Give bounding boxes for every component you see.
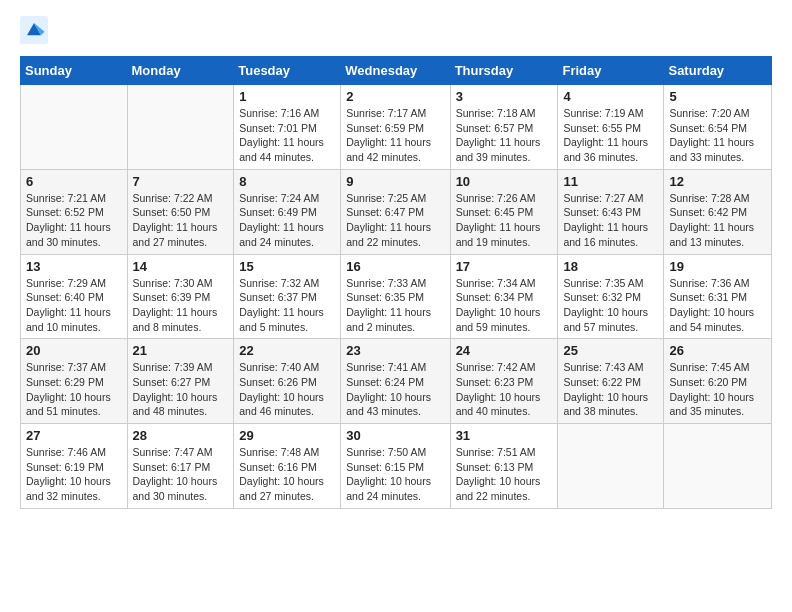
weekday-header-monday: Monday bbox=[127, 57, 234, 85]
day-number: 25 bbox=[563, 343, 658, 358]
calendar-table: SundayMondayTuesdayWednesdayThursdayFrid… bbox=[20, 56, 772, 509]
calendar-cell: 4Sunrise: 7:19 AMSunset: 6:55 PMDaylight… bbox=[558, 85, 664, 170]
day-number: 19 bbox=[669, 259, 766, 274]
calendar-page: SundayMondayTuesdayWednesdayThursdayFrid… bbox=[0, 0, 792, 612]
calendar-cell: 24Sunrise: 7:42 AMSunset: 6:23 PMDayligh… bbox=[450, 339, 558, 424]
day-number: 5 bbox=[669, 89, 766, 104]
calendar-week-row: 13Sunrise: 7:29 AMSunset: 6:40 PMDayligh… bbox=[21, 254, 772, 339]
weekday-header-friday: Friday bbox=[558, 57, 664, 85]
day-info: Sunrise: 7:47 AMSunset: 6:17 PMDaylight:… bbox=[133, 445, 229, 504]
day-info: Sunrise: 7:26 AMSunset: 6:45 PMDaylight:… bbox=[456, 191, 553, 250]
day-info: Sunrise: 7:41 AMSunset: 6:24 PMDaylight:… bbox=[346, 360, 444, 419]
day-info: Sunrise: 7:19 AMSunset: 6:55 PMDaylight:… bbox=[563, 106, 658, 165]
calendar-cell: 5Sunrise: 7:20 AMSunset: 6:54 PMDaylight… bbox=[664, 85, 772, 170]
day-number: 23 bbox=[346, 343, 444, 358]
calendar-cell: 6Sunrise: 7:21 AMSunset: 6:52 PMDaylight… bbox=[21, 169, 128, 254]
day-info: Sunrise: 7:35 AMSunset: 6:32 PMDaylight:… bbox=[563, 276, 658, 335]
day-info: Sunrise: 7:37 AMSunset: 6:29 PMDaylight:… bbox=[26, 360, 122, 419]
day-number: 10 bbox=[456, 174, 553, 189]
day-info: Sunrise: 7:43 AMSunset: 6:22 PMDaylight:… bbox=[563, 360, 658, 419]
calendar-cell: 1Sunrise: 7:16 AMSunset: 7:01 PMDaylight… bbox=[234, 85, 341, 170]
calendar-cell: 3Sunrise: 7:18 AMSunset: 6:57 PMDaylight… bbox=[450, 85, 558, 170]
day-number: 18 bbox=[563, 259, 658, 274]
day-number: 14 bbox=[133, 259, 229, 274]
day-info: Sunrise: 7:25 AMSunset: 6:47 PMDaylight:… bbox=[346, 191, 444, 250]
logo-icon bbox=[20, 16, 48, 44]
calendar-cell bbox=[558, 424, 664, 509]
calendar-cell bbox=[21, 85, 128, 170]
day-info: Sunrise: 7:50 AMSunset: 6:15 PMDaylight:… bbox=[346, 445, 444, 504]
calendar-cell: 31Sunrise: 7:51 AMSunset: 6:13 PMDayligh… bbox=[450, 424, 558, 509]
day-number: 20 bbox=[26, 343, 122, 358]
calendar-cell: 27Sunrise: 7:46 AMSunset: 6:19 PMDayligh… bbox=[21, 424, 128, 509]
calendar-cell: 16Sunrise: 7:33 AMSunset: 6:35 PMDayligh… bbox=[341, 254, 450, 339]
day-info: Sunrise: 7:16 AMSunset: 7:01 PMDaylight:… bbox=[239, 106, 335, 165]
day-info: Sunrise: 7:36 AMSunset: 6:31 PMDaylight:… bbox=[669, 276, 766, 335]
day-info: Sunrise: 7:28 AMSunset: 6:42 PMDaylight:… bbox=[669, 191, 766, 250]
day-number: 13 bbox=[26, 259, 122, 274]
calendar-cell bbox=[664, 424, 772, 509]
day-number: 4 bbox=[563, 89, 658, 104]
day-number: 29 bbox=[239, 428, 335, 443]
day-number: 31 bbox=[456, 428, 553, 443]
day-info: Sunrise: 7:34 AMSunset: 6:34 PMDaylight:… bbox=[456, 276, 553, 335]
calendar-cell: 26Sunrise: 7:45 AMSunset: 6:20 PMDayligh… bbox=[664, 339, 772, 424]
calendar-cell: 30Sunrise: 7:50 AMSunset: 6:15 PMDayligh… bbox=[341, 424, 450, 509]
weekday-header-row: SundayMondayTuesdayWednesdayThursdayFrid… bbox=[21, 57, 772, 85]
day-number: 16 bbox=[346, 259, 444, 274]
calendar-cell: 2Sunrise: 7:17 AMSunset: 6:59 PMDaylight… bbox=[341, 85, 450, 170]
day-number: 28 bbox=[133, 428, 229, 443]
calendar-cell: 29Sunrise: 7:48 AMSunset: 6:16 PMDayligh… bbox=[234, 424, 341, 509]
calendar-cell: 14Sunrise: 7:30 AMSunset: 6:39 PMDayligh… bbox=[127, 254, 234, 339]
day-number: 21 bbox=[133, 343, 229, 358]
day-info: Sunrise: 7:40 AMSunset: 6:26 PMDaylight:… bbox=[239, 360, 335, 419]
day-number: 7 bbox=[133, 174, 229, 189]
calendar-cell: 7Sunrise: 7:22 AMSunset: 6:50 PMDaylight… bbox=[127, 169, 234, 254]
calendar-cell: 23Sunrise: 7:41 AMSunset: 6:24 PMDayligh… bbox=[341, 339, 450, 424]
calendar-cell: 13Sunrise: 7:29 AMSunset: 6:40 PMDayligh… bbox=[21, 254, 128, 339]
day-info: Sunrise: 7:18 AMSunset: 6:57 PMDaylight:… bbox=[456, 106, 553, 165]
weekday-header-tuesday: Tuesday bbox=[234, 57, 341, 85]
day-info: Sunrise: 7:22 AMSunset: 6:50 PMDaylight:… bbox=[133, 191, 229, 250]
day-number: 22 bbox=[239, 343, 335, 358]
calendar-cell: 15Sunrise: 7:32 AMSunset: 6:37 PMDayligh… bbox=[234, 254, 341, 339]
day-info: Sunrise: 7:17 AMSunset: 6:59 PMDaylight:… bbox=[346, 106, 444, 165]
calendar-cell: 25Sunrise: 7:43 AMSunset: 6:22 PMDayligh… bbox=[558, 339, 664, 424]
day-info: Sunrise: 7:33 AMSunset: 6:35 PMDaylight:… bbox=[346, 276, 444, 335]
day-number: 26 bbox=[669, 343, 766, 358]
day-info: Sunrise: 7:45 AMSunset: 6:20 PMDaylight:… bbox=[669, 360, 766, 419]
calendar-week-row: 1Sunrise: 7:16 AMSunset: 7:01 PMDaylight… bbox=[21, 85, 772, 170]
day-number: 30 bbox=[346, 428, 444, 443]
calendar-cell: 10Sunrise: 7:26 AMSunset: 6:45 PMDayligh… bbox=[450, 169, 558, 254]
day-info: Sunrise: 7:42 AMSunset: 6:23 PMDaylight:… bbox=[456, 360, 553, 419]
calendar-week-row: 20Sunrise: 7:37 AMSunset: 6:29 PMDayligh… bbox=[21, 339, 772, 424]
calendar-cell: 9Sunrise: 7:25 AMSunset: 6:47 PMDaylight… bbox=[341, 169, 450, 254]
calendar-cell: 21Sunrise: 7:39 AMSunset: 6:27 PMDayligh… bbox=[127, 339, 234, 424]
calendar-cell: 18Sunrise: 7:35 AMSunset: 6:32 PMDayligh… bbox=[558, 254, 664, 339]
day-number: 6 bbox=[26, 174, 122, 189]
logo bbox=[20, 16, 52, 44]
calendar-cell: 20Sunrise: 7:37 AMSunset: 6:29 PMDayligh… bbox=[21, 339, 128, 424]
day-info: Sunrise: 7:20 AMSunset: 6:54 PMDaylight:… bbox=[669, 106, 766, 165]
day-number: 1 bbox=[239, 89, 335, 104]
calendar-cell: 28Sunrise: 7:47 AMSunset: 6:17 PMDayligh… bbox=[127, 424, 234, 509]
day-number: 2 bbox=[346, 89, 444, 104]
day-number: 9 bbox=[346, 174, 444, 189]
calendar-cell bbox=[127, 85, 234, 170]
weekday-header-sunday: Sunday bbox=[21, 57, 128, 85]
calendar-cell: 8Sunrise: 7:24 AMSunset: 6:49 PMDaylight… bbox=[234, 169, 341, 254]
day-number: 3 bbox=[456, 89, 553, 104]
day-number: 8 bbox=[239, 174, 335, 189]
day-number: 12 bbox=[669, 174, 766, 189]
day-info: Sunrise: 7:30 AMSunset: 6:39 PMDaylight:… bbox=[133, 276, 229, 335]
calendar-cell: 17Sunrise: 7:34 AMSunset: 6:34 PMDayligh… bbox=[450, 254, 558, 339]
day-info: Sunrise: 7:51 AMSunset: 6:13 PMDaylight:… bbox=[456, 445, 553, 504]
weekday-header-saturday: Saturday bbox=[664, 57, 772, 85]
day-number: 11 bbox=[563, 174, 658, 189]
weekday-header-thursday: Thursday bbox=[450, 57, 558, 85]
day-number: 17 bbox=[456, 259, 553, 274]
day-info: Sunrise: 7:39 AMSunset: 6:27 PMDaylight:… bbox=[133, 360, 229, 419]
weekday-header-wednesday: Wednesday bbox=[341, 57, 450, 85]
day-number: 27 bbox=[26, 428, 122, 443]
calendar-cell: 11Sunrise: 7:27 AMSunset: 6:43 PMDayligh… bbox=[558, 169, 664, 254]
